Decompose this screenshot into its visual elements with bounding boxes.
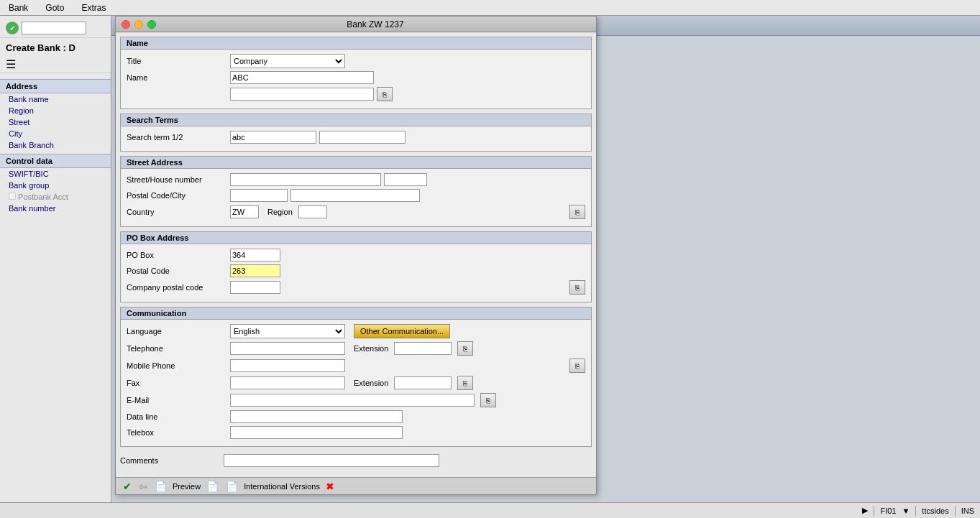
extension-input[interactable]	[394, 342, 452, 355]
telephone-row: Telephone Extension ⎘	[127, 341, 585, 356]
dialog-titlebar: Bank ZW 1237	[116, 17, 596, 32]
sidebar-section-address: Address	[0, 79, 111, 93]
sidebar-item-bankbranch[interactable]: Bank Branch	[0, 139, 111, 151]
mobile-input[interactable]	[230, 359, 345, 372]
menu-bar: Bank Goto Extras	[0, 0, 980, 16]
street-detail-button[interactable]: ⎘	[569, 205, 585, 219]
username: ttcsides	[922, 507, 948, 515]
intl-icon[interactable]: 📄	[205, 481, 220, 492]
mobile-detail-button[interactable]: ⎘	[569, 359, 585, 373]
search-section-body: Search term 1/2	[121, 126, 591, 151]
intl-versions-label[interactable]: International Versions	[244, 482, 320, 491]
sidebar-title: Create Bank : D	[0, 38, 111, 56]
comments-input[interactable]	[224, 454, 439, 467]
menu-bank[interactable]: Bank	[6, 1, 31, 14]
fax-ext-label: Extension	[354, 379, 388, 387]
sidebar-search-input[interactable]	[22, 22, 86, 34]
pobox-label: PO Box	[127, 251, 227, 259]
communication-section-body: Language English Other Communication... …	[121, 320, 591, 446]
telebox-row: Telebox	[127, 426, 585, 439]
name-label: Name	[127, 73, 227, 82]
country-label: Country	[127, 208, 227, 216]
postalcity-row: Postal Code/City	[127, 189, 585, 202]
menu-goto[interactable]: Goto	[42, 1, 67, 14]
sidebar-toolbar: ✓	[0, 19, 111, 38]
pobox-detail-button[interactable]: ⎘	[569, 280, 585, 295]
save-icon[interactable]: ✔	[122, 481, 133, 492]
telephone-input[interactable]	[230, 342, 345, 355]
search-section: Search Terms Search term 1/2	[120, 114, 592, 152]
check-icon: ✓	[6, 22, 19, 34]
close-button[interactable]	[122, 20, 130, 29]
search-term1-input[interactable]	[230, 131, 316, 144]
postal-city-label: Postal Code/City	[127, 191, 227, 200]
system-id: FI01	[880, 507, 896, 515]
name-section-body: Title Company Name ⎘	[121, 50, 591, 108]
telephone-detail-button[interactable]: ⎘	[457, 341, 473, 356]
minimize-button[interactable]	[134, 20, 143, 29]
sidebar-item-street[interactable]: Street	[0, 116, 111, 128]
email-row: E-Mail ⎘	[127, 393, 585, 407]
dialog-title: Bank ZW 1237	[160, 19, 590, 29]
sidebar-item-swiftbic[interactable]: SWIFT/BIC	[0, 168, 111, 180]
pobox-postal-input[interactable]	[230, 264, 280, 277]
telebox-input[interactable]	[230, 426, 403, 439]
dataline-label: Data line	[127, 412, 227, 421]
cancel-icon[interactable]: ✖	[324, 481, 336, 492]
name-section: Name Title Company Name	[120, 37, 592, 109]
back-icon[interactable]: ⇦	[137, 481, 149, 492]
dataline-input[interactable]	[230, 410, 403, 423]
name-input[interactable]	[230, 71, 374, 84]
pobox-input[interactable]	[230, 249, 280, 262]
region-input[interactable]	[298, 205, 327, 218]
street-input[interactable]	[230, 173, 381, 186]
sidebar-item-bankname[interactable]: Bank name	[0, 93, 111, 105]
dialog-window: Bank ZW 1237 Name Title Company Name	[115, 16, 597, 495]
country-input[interactable]	[230, 205, 259, 218]
dataline-row: Data line	[127, 410, 585, 423]
email-input[interactable]	[230, 394, 475, 407]
comments-label: Comments	[120, 456, 221, 465]
fax-label: Fax	[127, 379, 227, 387]
postal-code-input[interactable]	[230, 189, 288, 202]
page-icon[interactable]: 📄	[153, 481, 168, 492]
name-detail-button[interactable]: ⎘	[377, 87, 393, 101]
title-row: Title Company	[127, 54, 585, 68]
maximize-button[interactable]	[147, 20, 156, 29]
email-detail-button[interactable]: ⎘	[480, 393, 496, 407]
insert-mode: INS	[961, 507, 974, 515]
title-select[interactable]: Company	[230, 54, 345, 68]
communication-section-header: Communication	[121, 307, 591, 320]
dialog-footer: ✔ ⇦ 📄 Preview 📄 📄 International Versions…	[116, 477, 596, 494]
pobox-postal-label: Postal Code	[127, 267, 227, 275]
mobile-label: Mobile Phone	[127, 361, 227, 370]
sidebar-item-postbankacct: Postbank Acct	[0, 191, 111, 203]
language-label: Language	[127, 327, 227, 336]
fax-detail-button[interactable]: ⎘	[457, 376, 473, 390]
house-number-input[interactable]	[384, 173, 427, 186]
fax-extension-input[interactable]	[394, 376, 452, 389]
street-section-body: Street/House number Postal Code/City Cou…	[121, 169, 591, 226]
search-term2-input[interactable]	[319, 131, 406, 144]
system-arrow: ▼	[902, 507, 910, 515]
street-section-header: Street Address	[121, 157, 591, 169]
sidebar-item-city[interactable]: City	[0, 128, 111, 139]
telephone-label: Telephone	[127, 344, 227, 353]
intl-icon2[interactable]: 📄	[224, 481, 239, 492]
nav-icon[interactable]: ▶	[862, 506, 868, 515]
list-icon[interactable]: ☰	[6, 58, 16, 70]
language-select[interactable]: English	[230, 324, 345, 338]
preview-label[interactable]: Preview	[173, 482, 201, 491]
search-section-header: Search Terms	[121, 114, 591, 126]
name2-input[interactable]	[230, 88, 374, 101]
other-communication-button[interactable]: Other Communication...	[354, 324, 450, 338]
menu-extras[interactable]: Extras	[78, 1, 109, 14]
city-input[interactable]	[290, 189, 420, 202]
sidebar-item-banknumber[interactable]: Bank number	[0, 203, 111, 214]
region-label: Region	[267, 208, 293, 216]
search-term-row: Search term 1/2	[127, 131, 585, 144]
sidebar-item-bankgroup[interactable]: Bank group	[0, 180, 111, 191]
sidebar-item-region[interactable]: Region	[0, 105, 111, 116]
company-postal-input[interactable]	[230, 281, 280, 294]
fax-input[interactable]	[230, 376, 345, 389]
